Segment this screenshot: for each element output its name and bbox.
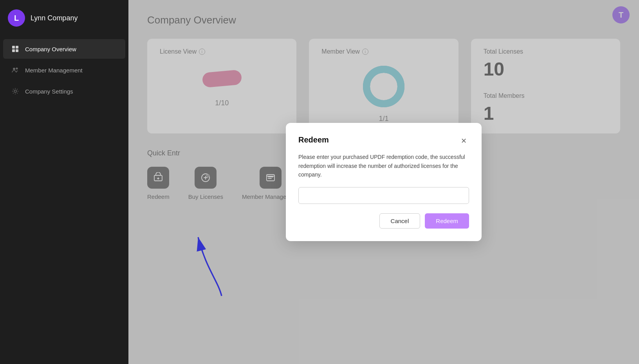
cancel-button[interactable]: Cancel: [379, 213, 421, 229]
sidebar-nav: Company Overview Member Management: [0, 36, 128, 104]
modal-header: Redeem ✕: [298, 135, 469, 146]
sidebar: L Lynn Company Company Overview: [0, 0, 128, 364]
modal-title: Redeem: [298, 135, 329, 144]
redeem-button[interactable]: Redeem: [425, 213, 469, 229]
redemption-code-input[interactable]: [298, 187, 469, 204]
sidebar-item-label: Company Overview: [25, 46, 76, 52]
modal-description: Please enter your purchased UPDF redempt…: [298, 153, 469, 179]
sidebar-item-company-overview[interactable]: Company Overview: [3, 39, 125, 59]
settings-icon: [11, 87, 20, 96]
svg-point-4: [13, 68, 15, 70]
overview-icon: [11, 45, 20, 53]
svg-rect-2: [12, 49, 15, 52]
sidebar-logo: L: [8, 9, 25, 27]
svg-point-5: [16, 68, 18, 70]
modal-actions: Cancel Redeem: [298, 213, 469, 229]
company-name: Lynn Company: [31, 14, 78, 22]
sidebar-item-member-management[interactable]: Member Management: [3, 60, 125, 80]
sidebar-item-label: Company Settings: [25, 88, 73, 95]
svg-rect-0: [12, 46, 15, 49]
svg-rect-1: [16, 46, 18, 49]
svg-rect-3: [16, 49, 18, 52]
redeem-modal: Redeem ✕ Please enter your purchased UPD…: [286, 123, 482, 241]
sidebar-item-label: Member Management: [25, 67, 83, 74]
modal-backdrop: Redeem ✕ Please enter your purchased UPD…: [128, 0, 639, 364]
svg-point-6: [14, 90, 16, 92]
sidebar-item-company-settings[interactable]: Company Settings: [3, 81, 125, 101]
members-icon: [11, 66, 20, 74]
modal-close-button[interactable]: ✕: [458, 135, 469, 146]
sidebar-header: L Lynn Company: [0, 0, 128, 36]
main-content-area: T Company Overview License View i 1/10 M…: [128, 0, 639, 364]
